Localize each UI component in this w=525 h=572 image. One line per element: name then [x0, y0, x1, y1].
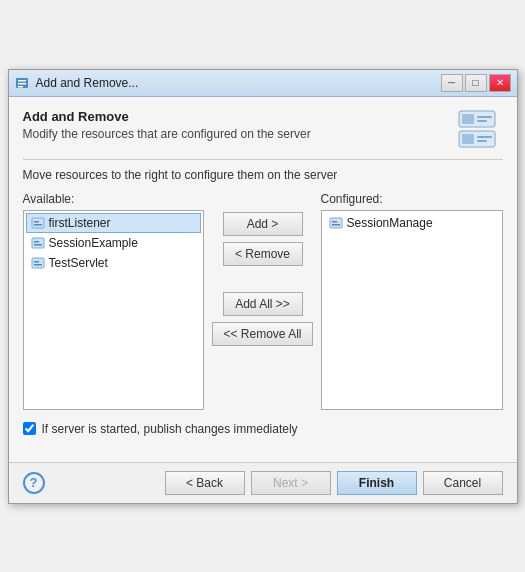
list-item[interactable]: firstListener	[26, 213, 202, 233]
list-item[interactable]: SessionManage	[324, 213, 500, 233]
svg-rect-23	[332, 224, 340, 226]
footer-left: ?	[23, 472, 45, 494]
available-listbox[interactable]: firstListener SessionExample	[23, 210, 205, 410]
publish-checkbox-label[interactable]: If server is started, publish changes im…	[42, 422, 298, 436]
item-label: SessionManage	[347, 216, 433, 230]
dialog-subtitle: Modify the resources that are configured…	[23, 127, 311, 141]
svg-rect-1	[18, 80, 26, 82]
configured-label: Configured:	[321, 192, 503, 206]
publish-checkbox[interactable]	[23, 422, 36, 435]
list-item[interactable]: TestServlet	[26, 253, 202, 273]
svg-rect-7	[477, 120, 487, 122]
list-item[interactable]: SessionExample	[26, 233, 202, 253]
svg-rect-13	[34, 221, 39, 223]
svg-rect-22	[332, 221, 337, 223]
header-section: Add and Remove Modify the resources that…	[23, 109, 503, 149]
title-bar-controls: ─ □ ✕	[441, 74, 511, 92]
header-text: Add and Remove Modify the resources that…	[23, 109, 311, 141]
item-label: TestServlet	[49, 256, 108, 270]
panels-container: Available: firstListener	[23, 192, 503, 410]
item-label: firstListener	[49, 216, 111, 230]
maximize-button[interactable]: □	[465, 74, 487, 92]
session-icon	[31, 236, 45, 250]
main-content: Add and Remove Modify the resources that…	[9, 97, 517, 448]
svg-rect-9	[462, 134, 474, 144]
finish-button[interactable]: Finish	[337, 471, 417, 495]
publish-checkbox-section: If server is started, publish changes im…	[23, 422, 503, 436]
footer-right: < Back Next > Finish Cancel	[165, 471, 503, 495]
title-bar-left: Add and Remove...	[15, 75, 139, 91]
minimize-button[interactable]: ─	[441, 74, 463, 92]
dialog-title: Add and Remove	[23, 109, 311, 124]
instruction-text: Move resources to the right to configure…	[23, 168, 503, 182]
middle-buttons: Add > < Remove Add All >> << Remove All	[212, 192, 312, 346]
servlet-icon	[31, 256, 45, 270]
svg-rect-14	[34, 224, 42, 226]
configured-panel: Configured: SessionManage	[321, 192, 503, 410]
svg-rect-3	[18, 86, 23, 88]
svg-rect-6	[477, 116, 492, 118]
svg-rect-18	[32, 258, 44, 268]
item-label: SessionExample	[49, 236, 138, 250]
window-icon	[15, 75, 31, 91]
svg-rect-11	[477, 140, 487, 142]
svg-rect-21	[330, 218, 342, 228]
available-label: Available:	[23, 192, 205, 206]
svg-rect-12	[32, 218, 44, 228]
svg-rect-16	[34, 241, 39, 243]
dialog-window: Add and Remove... ─ □ ✕ Add and Remove M…	[8, 69, 518, 504]
server-icon	[455, 109, 503, 149]
configured-listbox[interactable]: SessionManage	[321, 210, 503, 410]
remove-all-button[interactable]: << Remove All	[212, 322, 312, 346]
cancel-button[interactable]: Cancel	[423, 471, 503, 495]
available-panel: Available: firstListener	[23, 192, 205, 410]
svg-rect-17	[34, 244, 42, 246]
svg-rect-5	[462, 114, 474, 124]
remove-button[interactable]: < Remove	[223, 242, 303, 266]
svg-rect-20	[34, 264, 42, 266]
dialog-footer: ? < Back Next > Finish Cancel	[9, 462, 517, 503]
svg-rect-15	[32, 238, 44, 248]
svg-rect-10	[477, 136, 492, 138]
close-button[interactable]: ✕	[489, 74, 511, 92]
svg-rect-2	[18, 83, 26, 85]
next-button[interactable]: Next >	[251, 471, 331, 495]
title-bar: Add and Remove... ─ □ ✕	[9, 70, 517, 97]
window-title: Add and Remove...	[36, 76, 139, 90]
configured-item-icon	[329, 216, 343, 230]
help-button[interactable]: ?	[23, 472, 45, 494]
header-divider	[23, 159, 503, 160]
back-button[interactable]: < Back	[165, 471, 245, 495]
add-all-button[interactable]: Add All >>	[223, 292, 303, 316]
svg-rect-19	[34, 261, 39, 263]
add-button[interactable]: Add >	[223, 212, 303, 236]
listener-icon	[31, 216, 45, 230]
